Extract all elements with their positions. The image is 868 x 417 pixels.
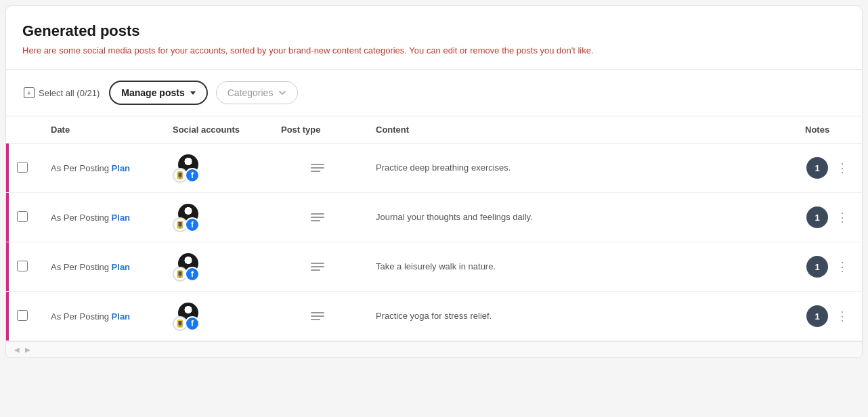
date-text: As Per Posting Plan [51,213,130,223]
notes-badge: 1 [806,206,828,228]
select-all-label: Select all (0/21) [39,88,100,98]
th-date: Date [40,116,162,144]
post-type-cell [281,307,354,326]
notes-cell: 1 ⋮ [805,157,851,179]
content-text: Practice yoga for stress relief. [376,311,492,321]
content-text: Practice deep breathing exercises. [376,162,511,173]
svg-rect-1 [179,173,182,177]
more-options-button[interactable]: ⋮ [833,208,851,226]
row-accent-cell [6,193,40,242]
notes-badge: 1 [806,157,828,179]
post-type-icon [308,307,327,326]
social-accounts-cell: f [173,252,259,282]
page-container: Generated posts Here are some social med… [5,5,863,358]
avatar-facebook-icon: f [185,316,200,331]
post-type-icon [308,257,327,276]
post-type-icon [308,158,327,177]
page-subtitle: Here are some social media posts for you… [22,45,846,56]
th-post-type: Post type [270,116,365,144]
svg-point-2 [179,177,181,179]
scroll-left-icon[interactable]: ◀ [12,345,22,355]
content-text: Take a leisurely walk in nature. [376,261,496,271]
social-accounts-cell: f [173,301,259,331]
table-header-row: Date Social accounts Post type Content N… [6,116,862,144]
notes-cell: 1 ⋮ [805,305,851,327]
row-accent-bar [6,144,9,192]
th-social-accounts: Social accounts [162,116,270,144]
row-accent-bar [6,292,9,341]
header-section: Generated posts Here are some social med… [6,6,862,70]
post-type-cell [281,158,354,177]
row-accent-cell [6,144,40,193]
scroll-right-icon[interactable]: ▶ [22,345,33,355]
row-date: As Per Posting Plan [40,144,162,193]
categories-label: Categories [227,87,274,98]
row-accent-cell [6,292,40,341]
more-options-button[interactable]: ⋮ [833,258,851,276]
row-accent-cell [6,242,40,292]
row-checkbox[interactable] [17,211,28,222]
date-text: As Per Posting Plan [51,311,130,322]
row-notes: 1 ⋮ [794,242,862,292]
row-post-type [270,193,365,242]
row-date: As Per Posting Plan [40,292,162,341]
avatar-facebook-icon: f [185,217,200,232]
row-checkbox[interactable] [17,261,28,271]
select-all-button[interactable]: + Select all (0/21) [22,85,101,101]
notes-badge: 1 [806,305,828,327]
row-social-accounts: f [162,292,270,341]
row-social-accounts: f [162,193,270,242]
table-row: As Per Posting Plan f [6,292,862,341]
avatar-group: f [173,202,213,232]
social-accounts-cell: f [173,153,259,183]
row-date: As Per Posting Plan [40,193,162,242]
lines-icon [311,312,324,320]
table-section: Date Social accounts Post type Content N… [6,116,862,341]
date-text: As Per Posting Plan [51,163,130,173]
post-type-icon [308,208,327,227]
row-notes: 1 ⋮ [794,292,862,341]
svg-point-11 [179,326,181,327]
svg-rect-4 [179,222,182,227]
manage-posts-label: Manage posts [121,87,184,98]
lines-icon [311,263,324,271]
row-notes: 1 ⋮ [794,144,862,193]
row-social-accounts: f [162,144,270,193]
avatar-group: f [173,153,213,183]
avatar-group: f [173,252,213,282]
th-notes: Notes [794,116,862,144]
notes-badge: 1 [806,256,828,278]
scrollbar-hint: ◀ ▶ [6,341,862,357]
categories-button[interactable]: Categories [216,81,299,104]
lines-icon [311,213,324,221]
table-row: As Per Posting Plan f [6,242,862,292]
post-type-cell [281,208,354,227]
more-options-button[interactable]: ⋮ [833,159,851,177]
th-checkbox [6,116,40,144]
avatar-group: f [173,301,213,331]
posts-table: Date Social accounts Post type Content N… [6,116,862,341]
row-post-type [270,292,365,341]
row-post-type [270,242,365,292]
row-content: Journal your thoughts and feelings daily… [365,193,794,242]
row-social-accounts: f [162,242,270,292]
row-accent-bar [6,193,9,242]
avatar-facebook-icon: f [185,267,200,282]
row-post-type [270,144,365,193]
row-date: As Per Posting Plan [40,242,162,292]
manage-posts-button[interactable]: Manage posts [109,81,207,105]
toolbar-section: + Select all (0/21) Manage posts Categor… [6,70,862,116]
row-content: Practice yoga for stress relief. [365,292,794,341]
svg-point-8 [179,276,181,278]
row-checkbox[interactable] [17,162,28,173]
lines-icon [311,164,324,172]
row-checkbox[interactable] [17,310,28,321]
avatar-facebook-icon: f [185,168,200,183]
notes-cell: 1 ⋮ [805,256,851,278]
more-options-button[interactable]: ⋮ [833,307,851,325]
notes-cell: 1 ⋮ [805,206,851,228]
table-row: As Per Posting Plan f [6,193,862,242]
th-content: Content [365,116,794,144]
select-all-icon: + [24,87,35,98]
chevron-down-icon [190,91,196,95]
